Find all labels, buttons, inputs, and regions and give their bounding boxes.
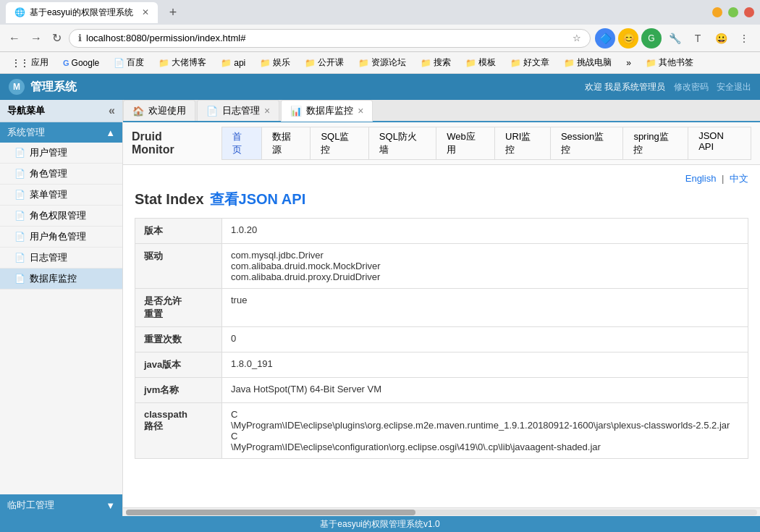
modify-password-link[interactable]: 修改密码 (674, 82, 709, 92)
stat-index-label: Stat Index (135, 191, 204, 208)
bookmark-gonkaike[interactable]: 📁 公开课 (299, 55, 350, 70)
sidebar: 导航菜单 « 系统管理 ▲ 📄 用户管理 📄 角色管理 📄 菜单管理 📄 (0, 100, 123, 516)
browser-icon-2[interactable]: 🔧 (664, 28, 685, 48)
temp-section-chevron: ▼ (106, 500, 115, 511)
tab-db-monitor[interactable]: 📊 数据库监控 × (281, 100, 373, 122)
sidebar-item-menu-management[interactable]: 📄 菜单管理 (0, 185, 122, 206)
sidebar-item-role-permission[interactable]: 📄 角色权限管理 (0, 206, 122, 227)
bookmark-search[interactable]: 📁 搜索 (415, 55, 457, 70)
address-bar: ℹ ☆ (69, 29, 591, 48)
tab-log-close-button[interactable]: × (264, 105, 270, 117)
bookmark-label: 公开课 (318, 56, 344, 69)
sidebar-collapse-button[interactable]: « (109, 104, 115, 117)
address-input[interactable] (86, 33, 568, 43)
json-api-link[interactable]: 查看JSON API (210, 190, 306, 209)
folder-icon: 📁 (465, 58, 476, 68)
bookmark-template[interactable]: 📁 模板 (460, 55, 502, 70)
folder-icon: 📁 (564, 58, 575, 68)
druid-nav-sql[interactable]: SQL监控 (311, 127, 368, 160)
sidebar-item-label: 菜单管理 (30, 188, 67, 201)
tab-log-management[interactable]: 📄 日志管理 × (197, 100, 279, 121)
druid-nav-datasource[interactable]: 数据源 (262, 127, 311, 160)
tab-label: 日志管理 (222, 104, 260, 117)
more-options-button[interactable]: ⋮ (734, 28, 754, 48)
tab-close-btn[interactable]: ✕ (142, 7, 149, 17)
stat-title: Stat Index 查看JSON API (135, 190, 748, 209)
row-key: 是否允许重置 (135, 289, 222, 327)
user-icon[interactable]: 😊 (618, 28, 638, 48)
horizontal-scrollbar[interactable] (123, 507, 760, 516)
browser-icon-1[interactable]: G (641, 28, 662, 48)
tab-favicon: 🌐 (14, 7, 25, 17)
more-bookmarks-label: » (626, 58, 631, 68)
bookmark-resource[interactable]: 📁 资源论坛 (352, 55, 412, 70)
browser-icon-4[interactable]: 😀 (711, 28, 731, 48)
sidebar-item-label: 用户管理 (30, 146, 67, 159)
sidebar-item-label: 数据库监控 (30, 272, 77, 285)
footer-text: 基于easyui的权限管理系统v1.0 (320, 518, 439, 531)
bookmark-baidu[interactable]: 📄 百度 (108, 55, 150, 70)
bookmark-articles[interactable]: 📁 好文章 (504, 55, 555, 70)
role-permission-icon: 📄 (14, 211, 25, 221)
bookmark-dalaoboke[interactable]: 📁 大佬博客 (153, 55, 212, 70)
bookmark-others[interactable]: 📁 其他书签 (640, 55, 699, 70)
app-logo: M 管理系统 (9, 79, 77, 95)
main-content: 🏠 欢迎使用 📄 日志管理 × 📊 数据库监控 × Druid Monitor … (123, 100, 760, 516)
druid-nav-session[interactable]: Session监控 (551, 127, 623, 160)
bookmark-google[interactable]: G Google (57, 56, 105, 69)
druid-nav-firewall[interactable]: SQL防火墙 (369, 127, 436, 160)
row-value: 1.0.20 (222, 219, 748, 244)
table-row: 是否允许重置 true (135, 289, 748, 327)
app-welcome-bar: 欢迎 我是系统管理员 修改密码 安全退出 (585, 81, 751, 93)
temp-section-label: 临时工管理 (7, 499, 54, 512)
active-tab[interactable]: 🌐 基于easyui的权限管理系统 ✕ (6, 2, 158, 23)
sidebar-item-role-management[interactable]: 📄 角色管理 (0, 164, 122, 185)
sidebar-item-user-role[interactable]: 📄 用户角色管理 (0, 227, 122, 248)
bookmark-label: 资源论坛 (371, 56, 406, 69)
bookmarks-bar: ⋮⋮ 应用 G Google 📄 百度 📁 大佬博客 📁 api 📁 娱乐 📁 … (0, 52, 760, 74)
close-button[interactable] (744, 7, 754, 17)
bookmark-label: 百度 (127, 56, 144, 69)
tab-welcome[interactable]: 🏠 欢迎使用 (123, 100, 195, 121)
tab-db-close-button[interactable]: × (358, 105, 363, 117)
app-header: M 管理系统 欢迎 我是系统管理员 修改密码 安全退出 (0, 74, 760, 100)
sidebar-item-db-monitor[interactable]: 📄 数据库监控 (0, 269, 122, 290)
english-link[interactable]: English (685, 173, 717, 184)
druid-nav-home[interactable]: 首页 (221, 127, 262, 160)
system-section-header[interactable]: 系统管理 ▲ (0, 122, 122, 143)
maximize-button[interactable] (728, 7, 738, 17)
bookmark-label: 搜索 (434, 56, 451, 69)
row-value: true (222, 289, 748, 327)
bookmark-star[interactable]: ☆ (573, 33, 581, 43)
druid-nav-uri[interactable]: URI监控 (495, 127, 551, 160)
druid-nav-spring[interactable]: spring监控 (623, 127, 688, 160)
bookmark-more[interactable]: » (620, 56, 637, 69)
forward-button[interactable]: → (28, 29, 45, 48)
sidebar-item-user-management[interactable]: 📄 用户管理 (0, 143, 122, 164)
scrollbar-thumb[interactable] (126, 510, 415, 515)
secure-icon: ℹ (78, 33, 82, 43)
chinese-link[interactable]: 中文 (730, 173, 748, 184)
bookmark-challenge[interactable]: 📁 挑战电脑 (558, 55, 617, 70)
safe-exit-link[interactable]: 安全退出 (717, 82, 751, 92)
druid-nav-json[interactable]: JSON API (688, 127, 751, 160)
tab-title: 基于easyui的权限管理系统 (30, 7, 133, 19)
sidebar-item-log-management[interactable]: 📄 日志管理 (0, 248, 122, 269)
row-key: 驱动 (135, 244, 222, 289)
logo-icon: M (9, 79, 25, 95)
minimize-button[interactable] (712, 7, 722, 17)
extensions-icon[interactable]: 🔷 (595, 28, 615, 48)
new-tab-button[interactable]: + (164, 2, 183, 23)
baidu-icon: 📄 (114, 58, 124, 68)
sidebar-temp-section[interactable]: 临时工管理 ▼ (0, 494, 122, 516)
bookmark-api[interactable]: 📁 api (215, 56, 251, 69)
druid-nav-webapp[interactable]: Web应用 (436, 127, 495, 160)
reload-button[interactable]: ↻ (49, 28, 64, 48)
table-row: 版本 1.0.20 (135, 219, 748, 244)
stat-table: 版本 1.0.20 驱动 com.mysql.jdbc.Driver com.a… (135, 218, 748, 459)
table-row: java版本 1.8.0_191 (135, 352, 748, 378)
back-button[interactable]: ← (6, 29, 23, 48)
browser-icon-3[interactable]: T (688, 28, 708, 48)
bookmark-apps[interactable]: ⋮⋮ 应用 (6, 55, 54, 70)
bookmark-yule[interactable]: 📁 娱乐 (254, 55, 296, 70)
